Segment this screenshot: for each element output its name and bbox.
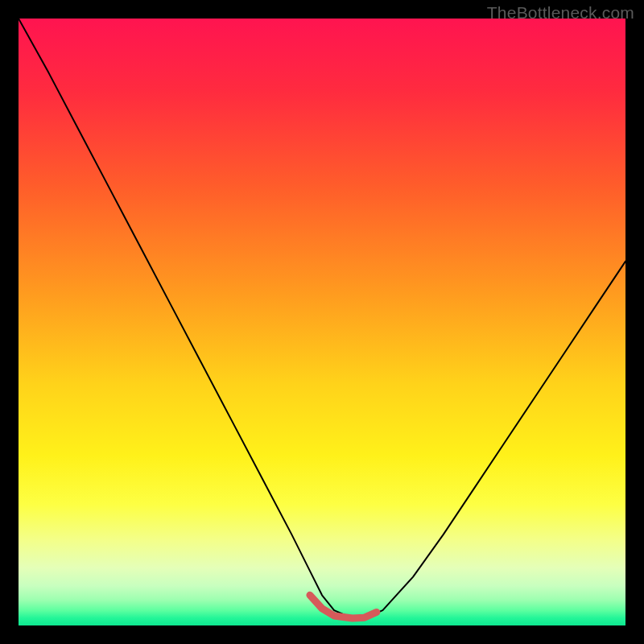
accent-segment (310, 595, 377, 618)
watermark-text: TheBottleneck.com (487, 3, 634, 23)
curve-layer (19, 19, 625, 625)
plot-area (19, 19, 625, 625)
chart-frame: TheBottleneck.com (0, 0, 644, 644)
bottleneck-curve (19, 19, 625, 618)
